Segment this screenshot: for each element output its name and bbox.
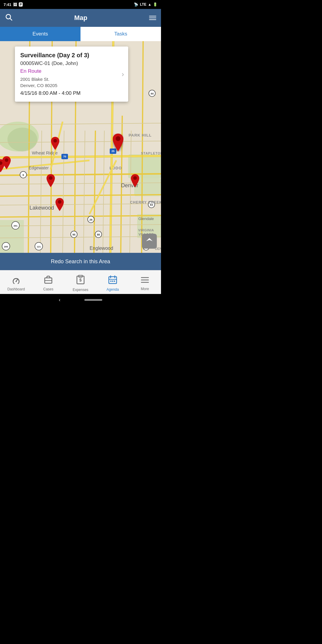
- photo-icon: 🖼: [13, 2, 17, 7]
- svg-text:6: 6: [22, 174, 24, 177]
- bottom-nav: Dashboard Cases $ Expenses: [0, 270, 161, 294]
- more-label: More: [141, 287, 149, 291]
- cases-label: Cases: [43, 287, 53, 291]
- status-left: 7:41 🖼 P: [4, 2, 23, 7]
- time-display: 7:41: [4, 2, 11, 7]
- svg-text:285: 285: [4, 245, 8, 248]
- svg-point-80: [5, 158, 8, 162]
- agenda-label: Agenda: [106, 287, 119, 292]
- search-icon[interactable]: [5, 13, 13, 23]
- expenses-label: Expenses: [73, 288, 89, 292]
- broadcast-icon: 📡: [134, 2, 138, 7]
- nav-agenda[interactable]: Agenda: [97, 273, 129, 292]
- card-chevron-icon: ›: [122, 70, 124, 78]
- android-nav-bar: ‹: [0, 294, 161, 306]
- page-title: Map: [13, 14, 149, 22]
- svg-text:121: 121: [37, 245, 41, 248]
- status-right: 📡 LTE ▲ 🔋: [134, 2, 157, 7]
- svg-point-79: [53, 139, 57, 143]
- map-area[interactable]: 25 70 6 26 88 95 391 83 30 44 128 2: [0, 41, 161, 253]
- svg-rect-95: [109, 277, 117, 284]
- battery-icon: 🔋: [153, 2, 157, 7]
- svg-text:Edgewater: Edgewater: [29, 165, 49, 170]
- svg-text:STAPLETON: STAPLETON: [141, 151, 161, 155]
- svg-point-4: [7, 128, 37, 151]
- svg-rect-100: [112, 281, 113, 282]
- redo-search-button[interactable]: Redo Search in this Area: [0, 253, 161, 270]
- svg-text:CHERRY CREEK: CHERRY CREEK: [130, 200, 161, 205]
- location-button[interactable]: [142, 234, 157, 249]
- navigation-icon: [145, 237, 153, 245]
- svg-point-85: [133, 176, 137, 180]
- svg-text:Lakewood: Lakewood: [30, 205, 54, 211]
- expenses-icon: $: [76, 275, 85, 287]
- nav-cases[interactable]: Cases: [32, 273, 64, 291]
- svg-text:VIRGINIA: VIRGINIA: [138, 228, 154, 232]
- nav-expenses[interactable]: $ Expenses: [64, 273, 97, 292]
- card-address-line2: Denver, CO 80205: [20, 83, 57, 88]
- status-bar: 7:41 🖼 P 📡 LTE ▲ 🔋: [0, 0, 161, 9]
- svg-line-1: [10, 18, 12, 20]
- svg-point-82: [116, 136, 120, 141]
- svg-text:95: 95: [72, 233, 75, 236]
- cases-icon: [44, 275, 52, 286]
- svg-point-89: [16, 281, 17, 282]
- more-icon: [141, 276, 149, 286]
- tab-events[interactable]: Events: [0, 27, 80, 41]
- agenda-icon: [108, 275, 117, 286]
- back-button[interactable]: ‹: [59, 297, 60, 303]
- tab-tasks[interactable]: Tasks: [80, 27, 161, 41]
- svg-rect-101: [114, 281, 115, 282]
- svg-text:PARK HILL: PARK HILL: [129, 133, 151, 137]
- card-title: Surveillance (Day 2 of 3): [20, 52, 113, 59]
- svg-text:70: 70: [63, 155, 66, 158]
- nav-dashboard[interactable]: Dashboard: [0, 273, 32, 291]
- home-button[interactable]: [84, 299, 102, 301]
- lte-label: LTE: [140, 2, 146, 7]
- signal-icon: ▲: [148, 2, 151, 7]
- svg-text:88: 88: [97, 233, 100, 236]
- tab-bar: Events Tasks: [0, 27, 161, 41]
- parking-icon: P: [19, 2, 23, 7]
- dashboard-label: Dashboard: [7, 287, 25, 291]
- card-status: En Route: [20, 68, 113, 74]
- svg-text:391: 391: [13, 225, 18, 227]
- svg-point-86: [58, 200, 61, 204]
- app-header: Map: [0, 9, 161, 27]
- card-address-line1: 2001 Blake St.: [20, 77, 49, 82]
- svg-text:Englewood: Englewood: [89, 246, 113, 251]
- svg-text:44: 44: [151, 92, 154, 95]
- info-card[interactable]: Surveillance (Day 2 of 3) 00005WC-01 (Do…: [15, 47, 128, 102]
- card-address: 2001 Blake St. Denver, CO 80205: [20, 76, 113, 89]
- svg-text:Glendale: Glendale: [138, 216, 154, 221]
- svg-text:26: 26: [89, 218, 92, 221]
- nav-more[interactable]: More: [129, 274, 161, 291]
- card-reference: 00005WC-01 (Doe, John): [20, 61, 113, 66]
- svg-point-84: [49, 176, 52, 180]
- svg-rect-99: [110, 281, 112, 282]
- menu-icon[interactable]: [149, 16, 156, 20]
- card-datetime: 4/15/16 8:00 AM - 4:00 PM: [20, 90, 113, 96]
- svg-text:$: $: [79, 278, 82, 282]
- dashboard-icon: [11, 275, 21, 286]
